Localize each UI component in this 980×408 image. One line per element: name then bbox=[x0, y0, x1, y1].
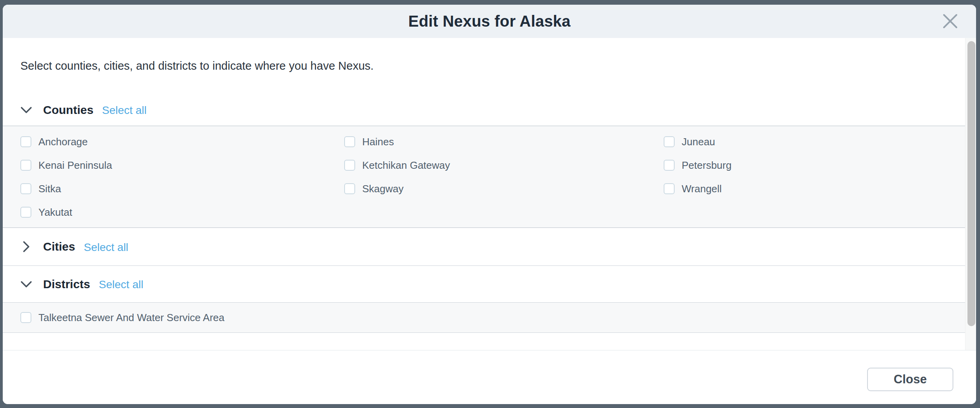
close-icon[interactable] bbox=[942, 13, 959, 30]
districts-section-label: Districts bbox=[43, 278, 90, 291]
modal-footer: Close bbox=[3, 350, 976, 404]
county-label: Haines bbox=[362, 136, 394, 148]
intro-text: Select counties, cities, and districts t… bbox=[3, 38, 965, 94]
edit-nexus-modal: Edit Nexus for Alaska Select counties, c… bbox=[3, 5, 976, 404]
checkbox-ketchikan-gateway[interactable] bbox=[344, 160, 355, 171]
county-label: Juneau bbox=[682, 136, 715, 148]
chevron-right-icon[interactable] bbox=[20, 241, 32, 253]
district-label: Talkeetna Sewer And Water Service Area bbox=[38, 312, 225, 324]
county-item: Haines bbox=[344, 130, 664, 153]
cities-section-header: Cities Select all bbox=[3, 228, 965, 266]
chevron-down-icon[interactable] bbox=[20, 281, 32, 288]
counties-select-all-link[interactable]: Select all bbox=[102, 104, 147, 117]
county-item: Wrangell bbox=[664, 177, 965, 200]
county-label: Skagway bbox=[362, 183, 404, 195]
county-item: Yakutat bbox=[20, 200, 344, 224]
county-item: Juneau bbox=[664, 130, 965, 153]
county-item: Anchorage bbox=[20, 130, 344, 153]
cities-section-label: Cities bbox=[43, 240, 75, 253]
county-label: Kenai Peninsula bbox=[38, 159, 112, 172]
districts-section-header: Districts Select all bbox=[3, 266, 965, 302]
scrollbar-thumb[interactable] bbox=[967, 41, 975, 326]
checkbox-haines[interactable] bbox=[344, 136, 355, 147]
county-label: Petersburg bbox=[682, 159, 731, 172]
chevron-down-icon[interactable] bbox=[20, 107, 32, 114]
checkbox-wrangell[interactable] bbox=[664, 183, 675, 194]
checkbox-sitka[interactable] bbox=[20, 183, 31, 194]
county-item: Sitka bbox=[20, 177, 344, 200]
modal-header: Edit Nexus for Alaska bbox=[3, 5, 976, 38]
county-label: Anchorage bbox=[38, 136, 88, 148]
county-label: Wrangell bbox=[682, 183, 722, 195]
modal-title: Edit Nexus for Alaska bbox=[3, 5, 976, 38]
checkbox-skagway[interactable] bbox=[344, 183, 355, 194]
cities-select-all-link[interactable]: Select all bbox=[84, 241, 129, 254]
county-label: Yakutat bbox=[38, 206, 72, 218]
checkbox-kenai-peninsula[interactable] bbox=[20, 160, 31, 171]
checkbox-petersburg[interactable] bbox=[664, 160, 675, 171]
checkbox-anchorage[interactable] bbox=[20, 136, 31, 147]
close-button[interactable]: Close bbox=[867, 368, 953, 391]
modal-body: Select counties, cities, and districts t… bbox=[3, 38, 976, 350]
county-item: Ketchikan Gateway bbox=[344, 153, 664, 177]
counties-checkbox-list: Anchorage Haines Juneau Kenai Peninsula … bbox=[3, 126, 965, 228]
county-item: Kenai Peninsula bbox=[20, 153, 344, 177]
counties-section-header: Counties Select all bbox=[3, 94, 965, 126]
county-item: Skagway bbox=[344, 177, 664, 200]
checkbox-juneau[interactable] bbox=[664, 136, 675, 147]
county-label: Sitka bbox=[38, 183, 61, 195]
district-item: Talkeetna Sewer And Water Service Area bbox=[3, 302, 965, 333]
counties-section-label: Counties bbox=[43, 103, 93, 117]
county-item: Petersburg bbox=[664, 153, 965, 177]
county-label: Ketchikan Gateway bbox=[362, 159, 450, 172]
checkbox-talkeetna-sewer-and-water-service-area[interactable] bbox=[20, 312, 31, 323]
checkbox-yakutat[interactable] bbox=[20, 207, 31, 218]
districts-select-all-link[interactable]: Select all bbox=[99, 278, 143, 291]
scroll-content: Select counties, cities, and districts t… bbox=[3, 38, 965, 333]
scrollbar-track[interactable] bbox=[965, 38, 976, 350]
